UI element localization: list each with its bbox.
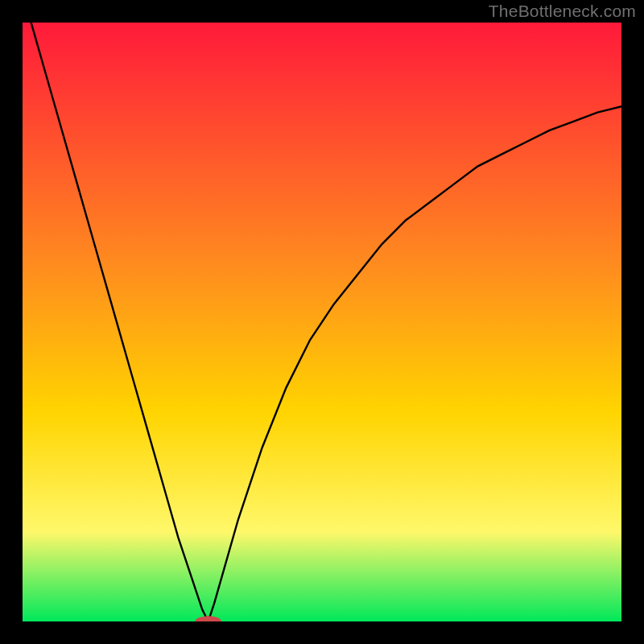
watermark-text: TheBottleneck.com	[489, 2, 636, 21]
bottleneck-chart	[23, 23, 621, 621]
chart-frame	[23, 23, 621, 621]
